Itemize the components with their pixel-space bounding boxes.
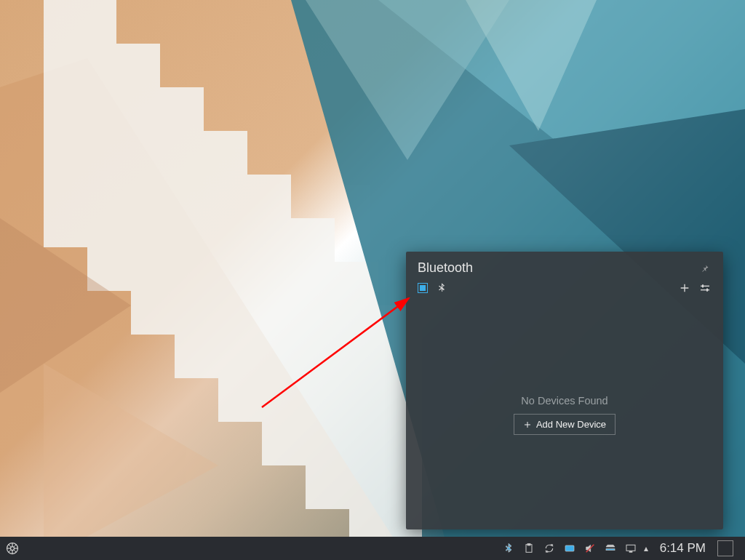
application-menu-button[interactable] [0,537,25,560]
svg-line-21 [14,545,16,547]
taskbar: ▴ 6:14 PM [0,537,745,560]
tray-notifications-icon[interactable] [562,541,577,556]
svg-rect-28 [626,545,635,551]
system-tray: ▴ 6:14 PM [501,540,745,556]
bluetooth-enable-checkbox[interactable] [418,283,428,293]
add-new-device-button[interactable]: Add New Device [514,414,615,435]
svg-marker-0 [0,58,407,560]
tray-expand-arrow[interactable]: ▴ [644,543,648,553]
popup-body: No Devices Found Add New Device [406,300,723,529]
svg-rect-11 [706,289,708,292]
popup-title: Bluetooth [418,260,473,276]
add-new-device-label: Add New Device [536,419,606,430]
settings-sliders-icon[interactable] [698,281,712,295]
svg-marker-4 [306,0,509,160]
svg-marker-5 [466,0,597,131]
svg-marker-2 [378,0,745,291]
svg-rect-29 [629,551,632,552]
taskbar-clock[interactable]: 6:14 PM [660,541,706,556]
bluetooth-icon[interactable] [435,281,448,295]
tray-volume-muted-icon[interactable] [583,541,597,556]
svg-marker-6 [0,218,131,393]
tray-bluetooth-icon[interactable] [501,541,516,556]
plus-icon [523,420,532,429]
popup-toolbar [406,279,723,300]
svg-rect-27 [606,549,615,551]
svg-rect-25 [565,545,574,551]
tray-network-icon[interactable] [603,541,618,556]
svg-line-22 [9,550,11,552]
svg-point-14 [11,547,15,551]
tray-display-icon[interactable] [624,541,638,556]
show-desktop-button[interactable] [717,540,733,556]
no-devices-label: No Devices Found [521,395,607,407]
svg-rect-8 [701,286,709,287]
svg-line-20 [14,550,16,552]
pin-icon[interactable] [698,262,712,275]
svg-marker-7 [44,364,218,560]
svg-line-19 [9,545,11,547]
bluetooth-popup: Bluetooth [406,252,723,529]
tray-clipboard-icon[interactable] [522,541,536,556]
svg-rect-10 [702,284,704,287]
tray-updates-icon[interactable] [542,541,557,556]
svg-rect-9 [701,289,709,290]
svg-rect-24 [527,543,530,545]
add-device-icon[interactable] [678,281,691,295]
